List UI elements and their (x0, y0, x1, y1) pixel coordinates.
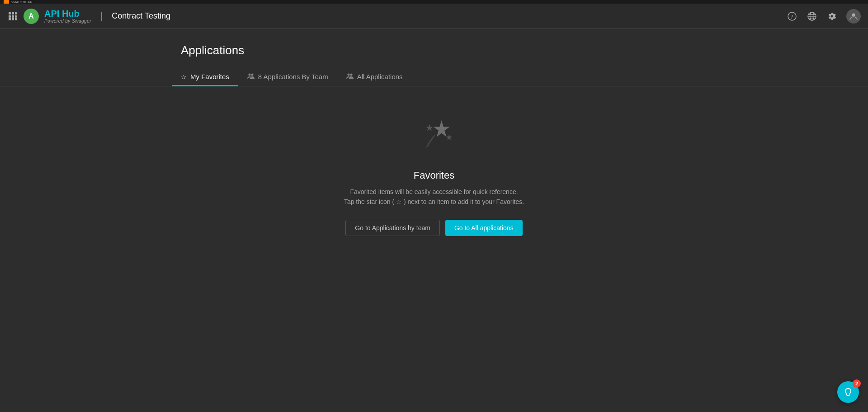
svg-rect-8 (9, 18, 11, 20)
smartbear-wordmark: SMARTBEAR (4, 0, 40, 4)
svg-rect-2 (9, 12, 11, 14)
smartbear-bar: SMARTBEAR (0, 0, 868, 4)
go-to-all-applications-button[interactable]: Go to All applications (445, 220, 523, 236)
lightbulb-icon (843, 387, 853, 397)
svg-rect-5 (9, 15, 11, 18)
svg-rect-7 (15, 15, 17, 18)
svg-marker-24 (426, 124, 433, 131)
svg-point-18 (852, 13, 855, 16)
main-header: A API Hub Powered by Swagger | Contract … (0, 4, 868, 29)
svg-rect-0 (4, 0, 9, 4)
svg-marker-25 (446, 134, 452, 140)
smartbear-logo: SMARTBEAR (4, 0, 40, 4)
tab-my-favorites[interactable]: ☆ My Favorites (172, 68, 238, 86)
help-fab-badge: 2 (853, 379, 861, 388)
grid-menu-icon[interactable] (7, 11, 18, 22)
tab-applications-by-team[interactable]: 8 Applications By Team (238, 68, 337, 86)
svg-point-19 (248, 74, 250, 76)
team-icon (247, 73, 255, 81)
svg-rect-4 (15, 12, 17, 14)
project-name: Contract Testing (112, 11, 170, 21)
svg-rect-9 (12, 18, 14, 20)
logo-text: API Hub Powered by Swagger (44, 9, 91, 24)
globe-icon[interactable] (807, 11, 817, 22)
svg-rect-6 (12, 15, 14, 18)
svg-marker-23 (433, 120, 450, 137)
empty-title: Favorites (414, 170, 454, 181)
user-avatar-icon[interactable] (846, 9, 861, 24)
header-right: ? (787, 9, 861, 24)
empty-state-buttons: Go to Applications by team Go to All app… (345, 220, 522, 236)
header-left: A API Hub Powered by Swagger | Contract … (7, 9, 787, 24)
tab-by-team-label: 8 Applications By Team (258, 73, 328, 81)
svg-point-21 (347, 74, 349, 76)
svg-rect-3 (12, 12, 14, 14)
help-icon[interactable]: ? (787, 11, 797, 22)
empty-description: Favorited items will be easily accessibl… (344, 187, 524, 207)
logo-subtitle: Powered by Swagger (44, 19, 91, 24)
header-divider: | (100, 11, 103, 21)
page-title: Applications (0, 43, 244, 57)
all-apps-icon (346, 73, 354, 81)
tab-all-label: All Applications (357, 73, 403, 81)
star-icon: ☆ (181, 73, 187, 81)
logo-avatar: A (24, 9, 39, 24)
stars-graphic (411, 114, 457, 159)
svg-point-22 (350, 74, 352, 76)
tabs-bar: ☆ My Favorites 8 Applications By Team (0, 68, 868, 86)
svg-text:?: ? (791, 13, 793, 20)
settings-icon[interactable] (826, 11, 837, 22)
svg-rect-10 (15, 18, 17, 20)
empty-state: Favorites Favorited items will be easily… (335, 86, 533, 245)
svg-point-20 (251, 74, 253, 76)
tab-favorites-label: My Favorites (190, 73, 229, 81)
logo-title: API Hub (44, 9, 91, 19)
go-to-applications-by-team-button[interactable]: Go to Applications by team (345, 220, 440, 236)
tab-all-applications[interactable]: All Applications (337, 68, 412, 86)
help-fab-button[interactable]: 2 (837, 381, 859, 403)
page-content: Applications ☆ My Favorites 8 Applicatio… (0, 29, 868, 245)
svg-text:SMARTBEAR: SMARTBEAR (11, 0, 33, 4)
